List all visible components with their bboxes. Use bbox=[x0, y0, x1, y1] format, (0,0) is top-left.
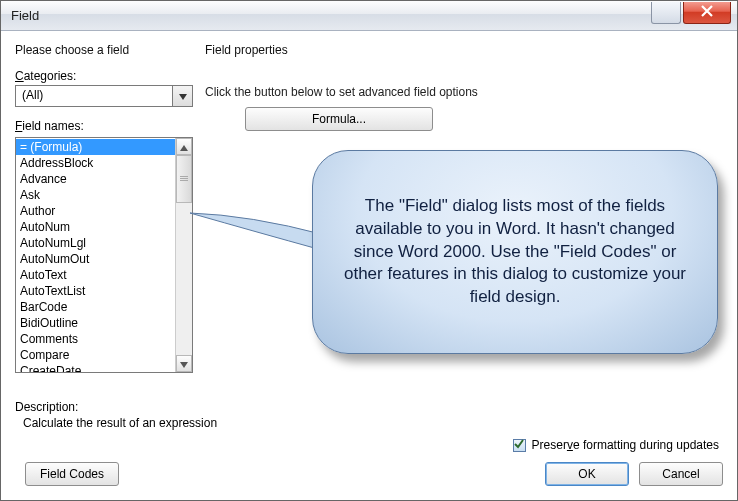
categories-combo[interactable]: (All) bbox=[15, 85, 193, 107]
formula-button[interactable]: Formula... bbox=[245, 107, 433, 131]
ok-button[interactable]: OK bbox=[545, 462, 629, 486]
scroll-up-button[interactable] bbox=[176, 138, 192, 155]
list-item[interactable]: Advance bbox=[16, 171, 175, 187]
description-block: Description: Calculate the result of an … bbox=[1, 400, 737, 434]
preserve-row: Preserve formatting during updates bbox=[1, 434, 737, 452]
list-item[interactable]: = (Formula) bbox=[16, 139, 175, 155]
list-item[interactable]: AutoNum bbox=[16, 219, 175, 235]
help-button[interactable]: ? bbox=[651, 2, 681, 24]
field-properties-heading: Field properties bbox=[205, 43, 723, 57]
description-label: Description: bbox=[15, 400, 723, 414]
list-item[interactable]: AutoText bbox=[16, 267, 175, 283]
choose-field-heading: Please choose a field bbox=[15, 43, 193, 57]
fieldnames-label: Field names: bbox=[15, 119, 193, 133]
fieldnames-listbox[interactable]: = (Formula)AddressBlockAdvanceAskAuthorA… bbox=[15, 137, 193, 373]
scroll-track[interactable] bbox=[176, 203, 192, 355]
annotation-callout: The "Field" dialog lists most of the fie… bbox=[312, 150, 718, 354]
list-item[interactable]: CreateDate bbox=[16, 363, 175, 372]
categories-label: Categories: bbox=[15, 69, 193, 83]
list-item[interactable]: AddressBlock bbox=[16, 155, 175, 171]
chevron-down-icon bbox=[179, 89, 187, 103]
list-item[interactable]: Compare bbox=[16, 347, 175, 363]
fieldnames-items[interactable]: = (Formula)AddressBlockAdvanceAskAuthorA… bbox=[16, 138, 175, 372]
list-item[interactable]: AutoTextList bbox=[16, 283, 175, 299]
categories-value[interactable]: (All) bbox=[15, 85, 173, 107]
list-item[interactable]: Author bbox=[16, 203, 175, 219]
grip-icon bbox=[180, 176, 188, 182]
window-title: Field bbox=[11, 8, 651, 23]
chevron-down-icon bbox=[180, 357, 188, 371]
list-item[interactable]: AutoNumLgl bbox=[16, 235, 175, 251]
list-item[interactable]: BidiOutline bbox=[16, 315, 175, 331]
cancel-button[interactable]: Cancel bbox=[639, 462, 723, 486]
close-icon bbox=[700, 5, 714, 20]
choose-field-panel: Please choose a field Categories: (All) … bbox=[15, 43, 193, 400]
description-text: Calculate the result of an expression bbox=[15, 414, 723, 430]
scroll-down-button[interactable] bbox=[176, 355, 192, 372]
titlebar: Field ? bbox=[1, 1, 737, 31]
preserve-label: Preserve formatting during updates bbox=[532, 438, 719, 452]
list-item[interactable]: AutoNumOut bbox=[16, 251, 175, 267]
preserve-checkbox[interactable] bbox=[513, 439, 526, 452]
scrollbar[interactable] bbox=[175, 138, 192, 372]
advanced-hint: Click the button below to set advanced f… bbox=[205, 85, 723, 99]
scroll-thumb[interactable] bbox=[176, 155, 192, 203]
list-item[interactable]: Ask bbox=[16, 187, 175, 203]
list-item[interactable]: Comments bbox=[16, 331, 175, 347]
callout-text: The "Field" dialog lists most of the fie… bbox=[335, 195, 695, 310]
field-codes-button[interactable]: Field Codes bbox=[25, 462, 119, 486]
categories-dropdown-button[interactable] bbox=[173, 85, 193, 107]
dialog-footer: Field Codes OK Cancel bbox=[1, 452, 737, 500]
check-icon bbox=[514, 438, 524, 452]
chevron-up-icon bbox=[180, 140, 188, 154]
list-item[interactable]: BarCode bbox=[16, 299, 175, 315]
close-button[interactable] bbox=[683, 2, 731, 24]
